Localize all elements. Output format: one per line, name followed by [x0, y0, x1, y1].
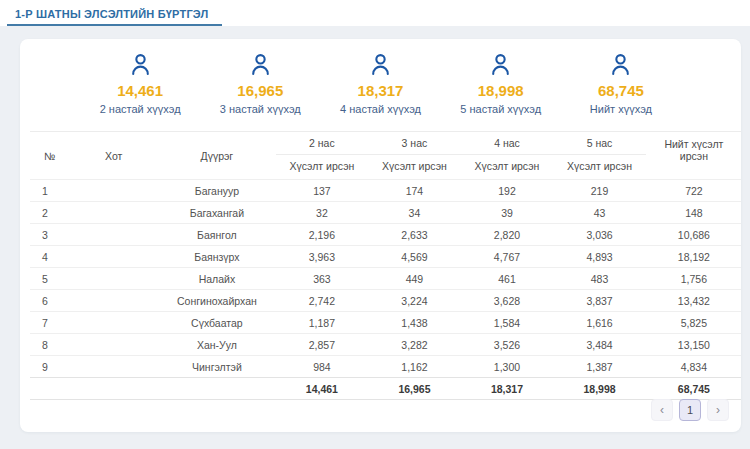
- row-total-cell: 5,825: [646, 312, 741, 334]
- col-header-age2: 2 нас: [276, 132, 369, 155]
- age4-count-cell: 3,628: [461, 290, 554, 312]
- age2-count-cell: 363: [276, 268, 369, 290]
- page-1-button[interactable]: 1: [679, 399, 701, 421]
- age4-count-cell: 39: [461, 202, 554, 224]
- age4-count-cell: 1,300: [461, 356, 554, 378]
- age2-count-cell: 2,196: [276, 224, 369, 246]
- age4-count-cell: 192: [461, 180, 554, 202]
- age4-count-cell: 4,767: [461, 246, 554, 268]
- person-icon: [488, 52, 513, 77]
- table-row: 4Баянзүрх3,9634,5694,7674,89318,192: [30, 246, 741, 268]
- age5-count-cell: 43: [553, 202, 646, 224]
- age5-count-cell: 3,837: [553, 290, 646, 312]
- table-body: 1Багануур1371741922197222Багахангай32343…: [30, 180, 741, 400]
- age3-count-cell: 1,162: [368, 356, 461, 378]
- row-total-cell: 13,432: [646, 290, 741, 312]
- age5-count-cell: 3,484: [553, 334, 646, 356]
- city-cell: [69, 180, 158, 202]
- person-icon: [248, 52, 273, 77]
- district-cell: Чингэлтэй: [158, 356, 275, 378]
- stat-value: 18,998: [441, 82, 561, 99]
- table-row: 9Чингэлтэй9841,1621,3001,3874,834: [30, 356, 741, 378]
- row-no-cell: 1: [30, 180, 69, 202]
- age5-count-cell: 1,616: [553, 312, 646, 334]
- row-total-cell: 18,192: [646, 246, 741, 268]
- age3-total-cell: 16,965: [368, 378, 461, 400]
- age3-count-cell: 2,633: [368, 224, 461, 246]
- stat-value: 18,317: [320, 82, 440, 99]
- person-icon: [368, 52, 393, 77]
- table-row: 1Багануур137174192219722: [30, 180, 741, 202]
- totals-spacer-cell: [30, 378, 276, 400]
- district-cell: Сүхбаатар: [158, 312, 275, 334]
- age3-count-cell: 3,224: [368, 290, 461, 312]
- city-cell: [69, 312, 158, 334]
- age3-count-cell: 174: [368, 180, 461, 202]
- district-cell: Баянгол: [158, 224, 275, 246]
- pagination: ‹ 1 ›: [651, 399, 729, 421]
- row-no-cell: 9: [30, 356, 69, 378]
- row-no-cell: 2: [30, 202, 69, 224]
- city-cell: [69, 246, 158, 268]
- age2-count-cell: 2,742: [276, 290, 369, 312]
- person-icon: [608, 52, 633, 77]
- tab-stage1-registration[interactable]: 1-Р ШАТНЫ ЭЛСЭЛТИЙН БҮРТГЭЛ: [7, 0, 222, 26]
- subheader-requests: Хүсэлт ирсэн: [276, 155, 369, 180]
- row-no-cell: 5: [30, 268, 69, 290]
- table-row: 5Налайх3634494614831,756: [30, 268, 741, 290]
- stat-label: 5 настай хүүхэд: [441, 103, 561, 115]
- stat-age-4: 18,317 4 настай хүүхэд: [320, 52, 440, 115]
- age3-count-cell: 3,282: [368, 334, 461, 356]
- stat-label: 4 настай хүүхэд: [320, 103, 440, 115]
- stat-value: 16,965: [200, 82, 320, 99]
- age4-count-cell: 461: [461, 268, 554, 290]
- stat-value: 68,745: [561, 82, 681, 99]
- city-cell: [69, 334, 158, 356]
- stat-total: 68,745 Нийт хүүхэд: [561, 52, 681, 115]
- row-no-cell: 7: [30, 312, 69, 334]
- prev-page-button[interactable]: ‹: [651, 399, 673, 421]
- subheader-requests: Хүсэлт ирсэн: [461, 155, 554, 180]
- row-total-cell: 4,834: [646, 356, 741, 378]
- grand-total-cell: 68,745: [646, 378, 741, 400]
- district-cell: Багахангай: [158, 202, 275, 224]
- district-cell: Сонгинохайрхан: [158, 290, 275, 312]
- col-header-age5: 5 нас: [553, 132, 646, 155]
- age4-count-cell: 2,820: [461, 224, 554, 246]
- col-header-no: №: [30, 132, 69, 180]
- totals-row: 14,46116,96518,31718,99868,745: [30, 378, 741, 400]
- table-row: 2Багахангай32343943148: [30, 202, 741, 224]
- next-page-button[interactable]: ›: [707, 399, 729, 421]
- stat-value: 14,461: [80, 82, 200, 99]
- row-no-cell: 3: [30, 224, 69, 246]
- stat-age-5: 18,998 5 настай хүүхэд: [441, 52, 561, 115]
- person-icon: [128, 52, 153, 77]
- row-total-cell: 148: [646, 202, 741, 224]
- row-total-cell: 1,756: [646, 268, 741, 290]
- row-total-cell: 10,686: [646, 224, 741, 246]
- row-total-cell: 13,150: [646, 334, 741, 356]
- age2-count-cell: 984: [276, 356, 369, 378]
- row-no-cell: 4: [30, 246, 69, 268]
- district-cell: Баянзүрх: [158, 246, 275, 268]
- subheader-requests: Хүсэлт ирсэн: [553, 155, 646, 180]
- table-row: 3Баянгол2,1962,6332,8203,03610,686: [30, 224, 741, 246]
- age5-total-cell: 18,998: [553, 378, 646, 400]
- col-header-age3: 3 нас: [368, 132, 461, 155]
- table-row: 7Сүхбаатар1,1871,4381,5841,6165,825: [30, 312, 741, 334]
- col-header-total: Нийт хүсэлт ирсэн: [646, 132, 741, 180]
- stat-age-2: 14,461 2 настай хүүхэд: [80, 52, 200, 115]
- age3-count-cell: 34: [368, 202, 461, 224]
- age2-total-cell: 14,461: [276, 378, 369, 400]
- city-cell: [69, 268, 158, 290]
- col-header-age4: 4 нас: [461, 132, 554, 155]
- stats-row: 14,461 2 настай хүүхэд 16,965 3 настай х…: [20, 39, 741, 121]
- age5-count-cell: 483: [553, 268, 646, 290]
- stat-label: Нийт хүүхэд: [561, 103, 681, 115]
- registration-table: № Хот Дүүрэг 2 нас 3 нас 4 нас 5 нас Ний…: [30, 131, 741, 400]
- age2-count-cell: 2,857: [276, 334, 369, 356]
- age3-count-cell: 449: [368, 268, 461, 290]
- city-cell: [69, 202, 158, 224]
- age2-count-cell: 32: [276, 202, 369, 224]
- row-no-cell: 6: [30, 290, 69, 312]
